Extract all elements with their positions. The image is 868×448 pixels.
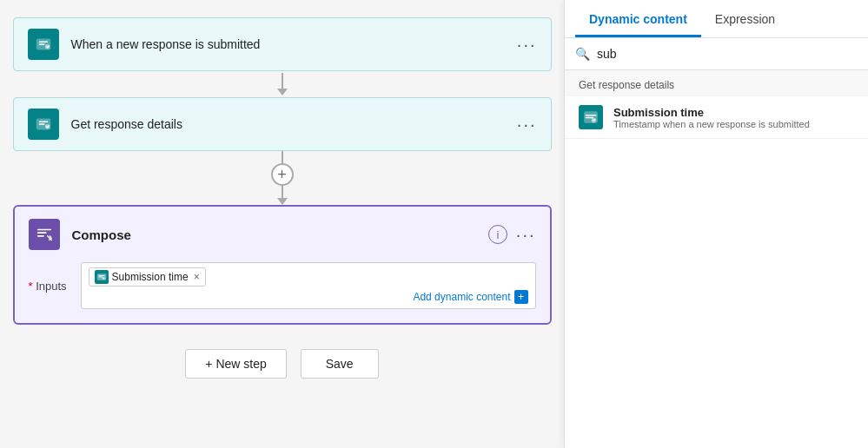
step1-more[interactable]: ··· <box>517 36 537 53</box>
compose-title: Compose <box>72 227 488 242</box>
plus-line-top <box>282 151 283 163</box>
plus-connector-arrow <box>277 198 288 205</box>
compose-body: * Inputs <box>29 262 536 309</box>
svg-point-1 <box>44 44 50 49</box>
inputs-label: * Inputs <box>29 280 67 293</box>
tab-dynamic-content[interactable]: Dynamic content <box>575 0 701 37</box>
compose-icon <box>29 219 60 250</box>
panel-tabs: Dynamic content Expression <box>565 0 868 38</box>
step2-card[interactable]: Get response details ··· <box>13 97 552 151</box>
search-icon: 🔍 <box>575 47 590 61</box>
right-panel: Dynamic content Expression 🔍 Get respons… <box>564 0 868 448</box>
connector1-line <box>282 73 283 89</box>
bottom-buttons: + New step Save <box>185 349 378 379</box>
add-dynamic-plus-icon: + <box>514 290 528 304</box>
compose-more[interactable]: ··· <box>516 225 536 245</box>
tag-icon <box>95 270 109 284</box>
connector1-arrow <box>277 89 288 96</box>
panel-section-title: Get response details <box>565 70 868 96</box>
panel-search: 🔍 <box>565 38 868 70</box>
step1-icon <box>28 29 59 60</box>
save-button[interactable]: Save <box>301 349 379 379</box>
search-input[interactable] <box>597 47 858 61</box>
tag-label: Submission time <box>112 271 189 283</box>
add-dynamic-button[interactable]: Add dynamic content + <box>413 290 527 304</box>
plus-circle-button[interactable]: + <box>271 163 294 186</box>
step2-more[interactable]: ··· <box>517 115 537 133</box>
tag-close-button[interactable]: × <box>194 271 200 283</box>
svg-point-3 <box>44 124 50 129</box>
plus-line-bottom <box>282 186 283 198</box>
new-step-button[interactable]: + New step <box>185 349 286 379</box>
compose-info-button[interactable]: i <box>488 225 507 244</box>
connector1 <box>277 73 288 96</box>
step1-card[interactable]: When a new response is submitted ··· <box>13 17 552 71</box>
inputs-tags: Submission time × <box>89 267 528 287</box>
panel-item-text: Submission time Timestamp when a new res… <box>613 106 810 129</box>
tab-expression[interactable]: Expression <box>701 0 789 37</box>
panel-item-submission-time[interactable]: Submission time Timestamp when a new res… <box>565 96 868 139</box>
compose-header: Compose i ··· <box>29 219 536 250</box>
panel-item-icon <box>579 105 603 129</box>
panel-item-name: Submission time <box>613 106 810 119</box>
plus-connector: + <box>271 151 294 205</box>
submission-time-tag: Submission time × <box>89 267 206 287</box>
step2-icon <box>28 109 59 140</box>
flow-container: When a new response is submitted ··· Get… <box>35 17 529 379</box>
add-dynamic-label: Add dynamic content <box>413 291 510 303</box>
inputs-field[interactable]: Submission time × Add dynamic content + <box>81 262 536 309</box>
main-canvas: When a new response is submitted ··· Get… <box>0 0 564 448</box>
step2-title: Get response details <box>71 117 517 131</box>
compose-card: Compose i ··· * Inputs <box>13 205 552 325</box>
step1-title: When a new response is submitted <box>71 37 517 51</box>
panel-item-desc: Timestamp when a new response is submitt… <box>613 119 810 129</box>
